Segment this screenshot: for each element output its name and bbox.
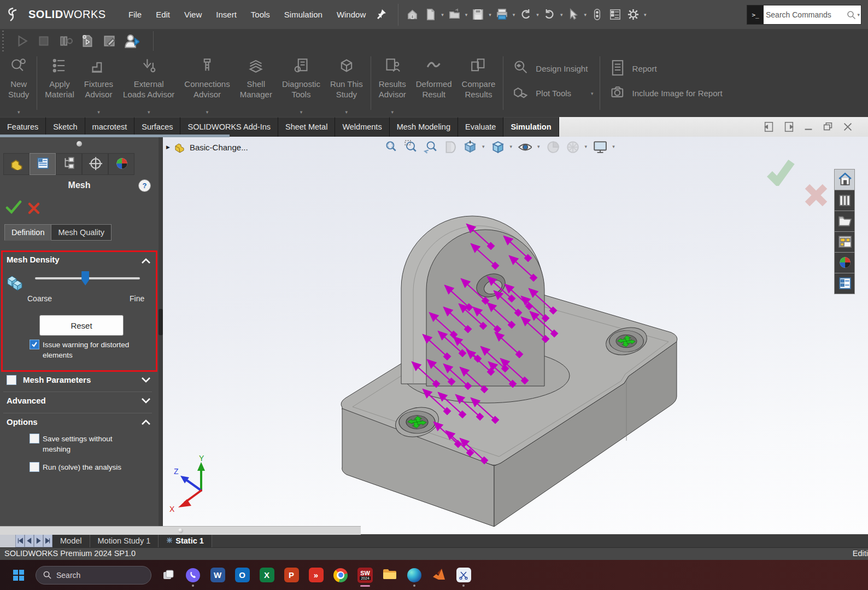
- task-pane-home[interactable]: [834, 169, 855, 190]
- task-view-button[interactable]: [161, 564, 176, 586]
- task-pane-custom-properties[interactable]: [834, 273, 855, 294]
- dropdown-icon[interactable]: ▾: [148, 109, 150, 115]
- flyout-feature-tree[interactable]: ▶ Basic-Change...: [166, 141, 248, 153]
- search-dropdown-icon[interactable]: ▾: [857, 12, 860, 17]
- collapse-left-button[interactable]: [763, 121, 775, 133]
- ok-button[interactable]: [5, 200, 22, 217]
- view-settings-dropdown-icon[interactable]: ▾: [612, 144, 615, 149]
- panel-tab-dimxpert-manager[interactable]: [82, 153, 108, 175]
- menu-window[interactable]: Window: [331, 7, 372, 22]
- pin-menu-icon[interactable]: [376, 8, 387, 21]
- taskbar-app-file-explorer[interactable]: [382, 564, 397, 586]
- dropdown-icon[interactable]: ▾: [206, 109, 209, 115]
- search-icon[interactable]: [847, 10, 856, 20]
- menu-tools[interactable]: Tools: [245, 7, 276, 22]
- tab-scroll-last-button[interactable]: [43, 534, 52, 547]
- hide-show-items-dropdown-icon[interactable]: ▾: [537, 144, 540, 149]
- plot-tools-button[interactable]: Plot Tools▾: [512, 83, 593, 103]
- tab-surfaces[interactable]: Surfaces: [134, 117, 180, 137]
- taskbar-app-snipping-tool[interactable]: [456, 564, 471, 586]
- start-button[interactable]: [11, 564, 26, 586]
- taskbar-app-matlab[interactable]: [431, 564, 447, 586]
- tab-static-1[interactable]: Static 1: [159, 534, 212, 547]
- model-bracket[interactable]: [341, 216, 677, 527]
- dropdown-icon[interactable]: ▾: [391, 109, 394, 115]
- view-settings-icon[interactable]: [591, 138, 608, 155]
- options-icon[interactable]: [625, 7, 642, 22]
- undo-icon[interactable]: [517, 7, 534, 22]
- menu-edit[interactable]: Edit: [150, 7, 176, 22]
- tab-sheet-metal[interactable]: Sheet Metal: [278, 117, 335, 137]
- taskbar-app-outlook[interactable]: O: [234, 564, 250, 586]
- print-dropdown-icon[interactable]: ▾: [513, 12, 515, 17]
- taskbar-app-excel[interactable]: X: [259, 564, 274, 586]
- select-icon[interactable]: [565, 7, 582, 22]
- close-button[interactable]: [842, 121, 854, 133]
- redo-dropdown-icon[interactable]: ▾: [560, 12, 563, 17]
- zoom-fit-icon[interactable]: [383, 138, 399, 155]
- apply-scene-dropdown-icon[interactable]: ▾: [585, 144, 588, 149]
- taskbar-app-edge-browser[interactable]: [407, 564, 422, 586]
- command-search[interactable]: >_ ▾: [747, 5, 861, 25]
- zoom-previous-icon[interactable]: [422, 138, 438, 155]
- tab-scroll-first-button[interactable]: [15, 534, 25, 547]
- taskbar-app-chrome[interactable]: [333, 564, 348, 586]
- undo-dropdown-icon[interactable]: ▾: [536, 12, 539, 17]
- save-dropdown-icon[interactable]: ▾: [489, 12, 491, 17]
- hide-show-items-icon[interactable]: [517, 138, 533, 155]
- task-pane-file-explorer[interactable]: [834, 211, 855, 232]
- results-advisor-button[interactable]: Results Advisor▾: [374, 53, 411, 117]
- taskbar-app-solidworks-2024[interactable]: SW2024: [357, 564, 373, 586]
- mouse-gestures-icon[interactable]: [589, 7, 606, 22]
- display-style-dropdown-icon[interactable]: ▾: [510, 144, 513, 149]
- tab-mesh-quality[interactable]: Mesh Quality: [51, 224, 112, 241]
- view-orientation-icon[interactable]: [461, 138, 478, 155]
- taskbar-app-word[interactable]: W: [210, 564, 225, 586]
- restore-button[interactable]: [822, 121, 834, 133]
- tab-scroll-prev-button[interactable]: [25, 534, 34, 547]
- new-document-dropdown-icon[interactable]: ▾: [441, 12, 444, 17]
- mesh-parameters-checkbox[interactable]: [7, 375, 16, 385]
- tab-simulation[interactable]: Simulation: [503, 117, 559, 137]
- toolbar-grip[interactable]: [1, 31, 5, 51]
- apply-scene-icon[interactable]: [564, 138, 580, 155]
- connections-advisor-button[interactable]: Connections Advisor▾: [179, 53, 234, 117]
- open-icon[interactable]: [446, 7, 463, 22]
- open-dropdown-icon[interactable]: ▾: [465, 12, 468, 17]
- dropdown-icon[interactable]: ▾: [345, 109, 348, 115]
- graphics-area[interactable]: ▶ Basic-Change... ▾▾▾▾▾: [163, 137, 868, 534]
- tab-solidworks-add-ins[interactable]: SOLIDWORKS Add-Ins: [180, 117, 278, 137]
- tab-scroll-next-button[interactable]: [34, 534, 43, 547]
- tab-weldments[interactable]: Weldments: [335, 117, 389, 137]
- print-icon[interactable]: [494, 7, 511, 22]
- cancel-button[interactable]: [27, 202, 40, 217]
- tab-macrotest[interactable]: macrotest: [85, 117, 135, 137]
- display-pane-icon[interactable]: [607, 7, 624, 22]
- help-button[interactable]: ?: [138, 179, 151, 192]
- tab-sketch[interactable]: Sketch: [46, 117, 85, 137]
- menu-file[interactable]: File: [122, 7, 148, 22]
- taskbar-app-share-app[interactable]: »: [308, 564, 324, 586]
- user-session-icon[interactable]: [124, 33, 139, 49]
- confirm-cancel-icon[interactable]: [804, 183, 829, 210]
- collapse-mesh-density-icon[interactable]: [141, 256, 151, 266]
- redo-icon[interactable]: [541, 7, 558, 22]
- panel-splitter[interactable]: [159, 137, 163, 534]
- zoom-area-icon[interactable]: [402, 138, 419, 155]
- menu-insert[interactable]: Insert: [210, 7, 243, 22]
- collapse-options-icon[interactable]: [141, 418, 151, 428]
- dropdown-icon[interactable]: ▾: [591, 91, 594, 96]
- display-style-icon[interactable]: [489, 138, 506, 155]
- taskbar-search[interactable]: Search: [36, 566, 151, 585]
- collapse-right-button[interactable]: [783, 121, 795, 133]
- home-icon[interactable]: [404, 7, 421, 22]
- issue-warning-checkbox[interactable]: [30, 340, 39, 349]
- section-view-icon[interactable]: [442, 138, 458, 155]
- run-macro-icon[interactable]: [80, 34, 95, 48]
- external-loads-advisor-button[interactable]: External Loads Advisor▾: [118, 53, 179, 117]
- compare-results-button[interactable]: Compare Results: [457, 53, 501, 117]
- task-pane-design-library[interactable]: [834, 190, 855, 211]
- dropdown-icon[interactable]: ▾: [97, 109, 100, 115]
- taskbar-app-viber[interactable]: [185, 564, 201, 586]
- task-pane-appearances-scenes[interactable]: [834, 252, 855, 273]
